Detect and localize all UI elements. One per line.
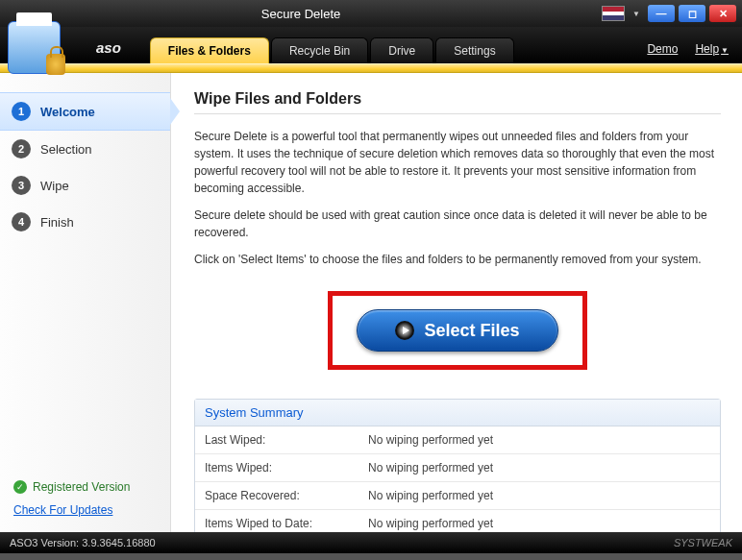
tab-files-folders[interactable]: Files & Folders <box>150 37 269 63</box>
tab-drive[interactable]: Drive <box>370 37 433 63</box>
check-updates-link[interactable]: Check For Updates <box>13 503 157 517</box>
step-label: Finish <box>40 215 74 230</box>
flag-icon <box>602 6 625 21</box>
step-welcome[interactable]: 1Welcome <box>0 92 170 131</box>
desc-p3: Click on 'Select Items' to choose the fi… <box>194 251 721 268</box>
vendor-label: SYSTWEAK <box>674 537 732 548</box>
desc-p2: Secure delete should be used with great … <box>194 207 721 241</box>
tab-settings[interactable]: Settings <box>435 37 513 63</box>
language-selector[interactable]: ▼ <box>602 6 640 21</box>
description: Secure Delete is a powerful tool that pe… <box>194 128 721 268</box>
window-title: Secure Delete <box>0 7 602 21</box>
system-summary: System Summary Last Wiped:No wiping perf… <box>194 399 721 532</box>
maximize-button[interactable]: ◻ <box>679 5 705 22</box>
step-finish[interactable]: 4Finish <box>0 204 170 240</box>
step-label: Wipe <box>40 179 69 193</box>
cta-highlight: Select Files <box>328 291 587 370</box>
tab-recycle-bin[interactable]: Recycle Bin <box>271 37 368 63</box>
lock-icon <box>46 54 65 75</box>
summary-row: Space Recovered:No wiping performed yet <box>195 482 720 510</box>
step-label: Selection <box>40 142 91 157</box>
play-icon <box>395 321 414 340</box>
summary-row: Last Wiped:No wiping performed yet <box>195 426 720 454</box>
window-controls: — ◻ ✕ <box>648 5 742 22</box>
close-button[interactable]: ✕ <box>709 5 736 22</box>
chevron-down-icon: ▼ <box>632 10 640 18</box>
tab-bar: Files & Folders Recycle Bin Drive Settin… <box>150 37 516 63</box>
header-links: Demo Help▼ <box>647 42 729 56</box>
header: aso Files & Folders Recycle Bin Drive Se… <box>0 27 742 63</box>
version-label: ASO3 Version: 3.9.3645.16880 <box>10 537 156 548</box>
step-selection[interactable]: 2Selection <box>0 131 170 167</box>
sidebar: 1Welcome 2Selection 3Wipe 4Finish ✓Regis… <box>0 73 171 532</box>
step-wipe[interactable]: 3Wipe <box>0 167 170 204</box>
step-label: Welcome <box>40 105 95 119</box>
check-icon: ✓ <box>13 480 27 494</box>
app-logo <box>8 21 89 86</box>
summary-row: Items Wiped to Date:No wiping performed … <box>195 510 720 532</box>
shredder-icon <box>8 21 61 74</box>
status-bar: ASO3 Version: 3.9.3645.16880 SYSTWEAK <box>0 532 742 553</box>
select-files-button[interactable]: Select Files <box>357 309 558 352</box>
desc-p1: Secure Delete is a powerful tool that pe… <box>194 128 721 197</box>
demo-link[interactable]: Demo <box>647 42 678 56</box>
help-link[interactable]: Help▼ <box>695 42 729 56</box>
main: 1Welcome 2Selection 3Wipe 4Finish ✓Regis… <box>0 73 742 532</box>
summary-row: Items Wiped:No wiping performed yet <box>195 454 720 482</box>
content-pane: Wipe Files and Folders Secure Delete is … <box>171 73 742 532</box>
brand-label: aso <box>96 39 121 63</box>
accent-bar <box>0 63 742 73</box>
select-files-label: Select Files <box>424 321 519 341</box>
chevron-down-icon: ▼ <box>721 46 729 55</box>
page-title: Wipe Files and Folders <box>194 90 721 114</box>
titlebar: Secure Delete ▼ — ◻ ✕ <box>0 0 742 27</box>
sidebar-footer: ✓Registered Version Check For Updates <box>0 471 170 532</box>
minimize-button[interactable]: — <box>648 5 675 22</box>
registered-status: ✓Registered Version <box>13 480 157 494</box>
summary-title: System Summary <box>195 400 720 426</box>
